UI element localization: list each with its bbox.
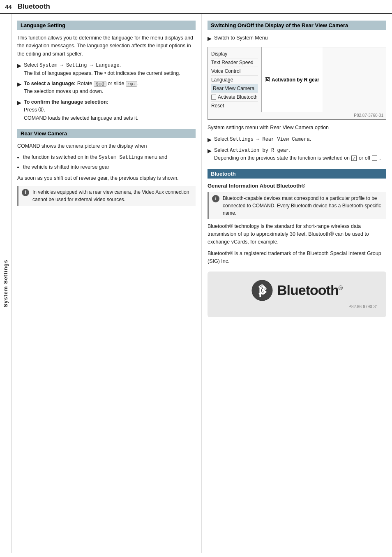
step3-code: Activation by R gear <box>230 148 289 153</box>
switching-step1-text: Switch to System Menu <box>214 34 268 42</box>
arrow-icon-s1: ▶ <box>208 35 212 43</box>
bullet1-code: System Settings <box>99 155 143 160</box>
switching-step2: ▶ Select Settings → Rear View Camera. <box>208 135 386 144</box>
right-column: Switching On/Off the Display of the Rear… <box>202 14 392 553</box>
slide-icon: ↑◎↓ <box>126 81 137 87</box>
menu-box-inner: Display Text Reader Speed Voice Control … <box>208 47 386 112</box>
language-section: Language Setting This function allows yo… <box>17 21 196 122</box>
language-step2: ▶ To select a language: Rotate ⦃◎⦄ or sl… <box>17 80 196 96</box>
checkbox-activation: ☑ <box>265 77 270 82</box>
info-icon-2: i <box>212 195 219 202</box>
main-layout: System Settings Language Setting This fu… <box>0 14 392 553</box>
info-icon-1: i <box>22 189 29 196</box>
menu-item-language: Language <box>211 76 258 84</box>
figure-label-1: P82.87-3760-31 <box>208 112 386 119</box>
switching-step3-text: Select Activation by R gear. Depending o… <box>214 146 381 162</box>
rear-camera-section: Rear View Camera COMAND shows the camera… <box>17 129 196 206</box>
rear-camera-bullets: the function is switched on in the Syste… <box>17 153 196 171</box>
arrow-icon-1: ▶ <box>17 62 21 70</box>
sidebar: System Settings <box>0 14 12 553</box>
language-step1-code: System → Setting → Language <box>39 63 119 68</box>
bullet-item-1: the function is switched on in the Syste… <box>23 153 196 162</box>
menu-item-rear-camera: Rear View Camera <box>211 84 258 93</box>
language-step1: ▶ Select System → Setting → Language. Th… <box>17 61 196 77</box>
language-step3: ▶ To confirm the language selection: Pre… <box>17 98 196 122</box>
bluetooth-info-text: Bluetooth-capable devices must correspon… <box>223 195 383 217</box>
reverse-note: As soon as you shift out of reverse gear… <box>17 174 196 182</box>
step2-code: Settings → Rear View Camera <box>230 137 309 142</box>
switching-step3: ▶ Select Activation by R gear. Depending… <box>208 146 386 162</box>
arrow-icon-s3: ▶ <box>208 147 212 155</box>
language-step1-text: Select System → Setting → Language. The … <box>24 61 180 77</box>
arrow-icon-2: ▶ <box>17 80 21 88</box>
rear-camera-intro: COMAND shows the camera picture on the d… <box>17 142 196 150</box>
bluetooth-logo-box: β Bluetooth® P82.86-9790-31 <box>208 272 386 317</box>
menu-items-list: Display Text Reader Speed Voice Control … <box>208 47 261 112</box>
language-step2-text: To select a language: Rotate ⦃◎⦄ or slid… <box>24 80 138 96</box>
page-header: 44 Bluetooth <box>0 0 392 14</box>
language-step3-text: To confirm the language selection: Press… <box>24 98 138 122</box>
bluetooth-section: Bluetooth General Information About Blue… <box>208 169 386 317</box>
bullet-item-2: the vehicle is shifted into reverse gear <box>23 163 196 171</box>
bluetooth-para1: Bluetooth® technology is the standard fo… <box>208 223 386 246</box>
page-title: Bluetooth <box>18 2 50 11</box>
bluetooth-symbol-icon: β <box>251 280 273 301</box>
menu-item-text-reader: Text Reader Speed <box>211 58 258 67</box>
unchecked-box <box>372 155 377 161</box>
submenu-activation: ☑ Activation by R gear <box>265 76 319 84</box>
bluetooth-figure-label: P82.86-9790-31 <box>348 304 378 309</box>
page-number: 44 <box>5 3 12 10</box>
checkbox-bluetooth <box>211 95 216 100</box>
rotate-icon: ⦃◎⦄ <box>94 81 106 87</box>
sidebar-label: System Settings <box>2 260 9 307</box>
arrow-icon-3: ▶ <box>17 99 21 107</box>
rear-camera-section-header: Rear View Camera <box>17 129 196 138</box>
bluetooth-info-note: i Bluetooth-capable devices must corresp… <box>208 192 386 219</box>
arrow-icon-s2: ▶ <box>208 136 212 144</box>
content: Language Setting This function allows yo… <box>12 14 392 553</box>
menu-item-display: Display <box>211 50 258 58</box>
rear-camera-info-note: i In vehicles equipped with a rear view … <box>17 186 196 206</box>
bluetooth-wordmark: Bluetooth® <box>277 282 342 298</box>
switching-section: Switching On/Off the Display of the Rear… <box>208 21 386 162</box>
bluetooth-para2: Bluetooth® is a registered trademark of … <box>208 250 386 266</box>
switching-step2-text: Select Settings → Rear View Camera. <box>214 135 311 144</box>
bluetooth-subtitle: General Information About Bluetooth® <box>208 183 386 189</box>
checked-box <box>351 155 357 161</box>
bluetooth-section-header: Bluetooth <box>208 169 386 179</box>
menu-item-reset: Reset <box>211 102 258 110</box>
system-menu-mockup: Display Text Reader Speed Voice Control … <box>208 47 386 120</box>
language-intro: This function allows you to determine th… <box>17 34 196 58</box>
left-column: Language Setting This function allows yo… <box>12 14 202 553</box>
registered-mark: ® <box>339 285 342 291</box>
switching-step1: ▶ Switch to System Menu <box>208 34 386 43</box>
switching-section-header: Switching On/Off the Display of the Rear… <box>208 21 386 30</box>
bluetooth-logo: β Bluetooth® <box>251 280 342 301</box>
menu-item-voice: Voice Control <box>211 67 258 76</box>
menu-submenu: ☑ Activation by R gear <box>261 47 323 112</box>
menu-caption: System settings menu with Rear View Came… <box>208 124 386 132</box>
language-section-header: Language Setting <box>17 21 196 30</box>
info-note-text: In vehicles equipped with a rear view ca… <box>32 188 192 203</box>
menu-item-bluetooth: Activate Bluetooth <box>211 93 258 102</box>
